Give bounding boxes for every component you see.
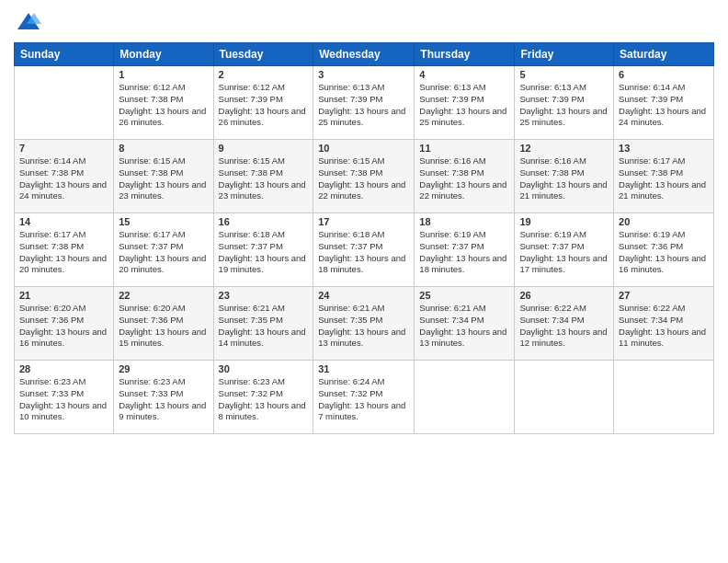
day-info: Sunrise: 6:18 AMSunset: 7:37 PMDaylight:… bbox=[219, 229, 309, 276]
header bbox=[14, 9, 714, 35]
calendar-page: SundayMondayTuesdayWednesdayThursdayFrid… bbox=[0, 0, 728, 563]
day-cell: 29Sunrise: 6:23 AMSunset: 7:33 PMDayligh… bbox=[114, 361, 213, 434]
day-number: 3 bbox=[318, 69, 409, 80]
day-info: Sunrise: 6:19 AMSunset: 7:37 PMDaylight:… bbox=[519, 229, 609, 276]
week-row-1: 1Sunrise: 6:12 AMSunset: 7:38 PMDaylight… bbox=[15, 66, 714, 140]
day-number: 4 bbox=[419, 69, 509, 80]
day-cell: 2Sunrise: 6:12 AMSunset: 7:39 PMDaylight… bbox=[213, 66, 313, 140]
day-info: Sunrise: 6:19 AMSunset: 7:37 PMDaylight:… bbox=[419, 229, 509, 276]
day-number: 30 bbox=[219, 363, 309, 374]
day-cell: 8Sunrise: 6:15 AMSunset: 7:38 PMDaylight… bbox=[114, 140, 213, 213]
day-cell: 17Sunrise: 6:18 AMSunset: 7:37 PMDayligh… bbox=[313, 213, 415, 287]
day-info: Sunrise: 6:13 AMSunset: 7:39 PMDaylight:… bbox=[419, 82, 509, 129]
day-number: 29 bbox=[119, 363, 208, 374]
day-cell: 22Sunrise: 6:20 AMSunset: 7:36 PMDayligh… bbox=[114, 287, 213, 361]
day-number: 2 bbox=[219, 69, 309, 80]
day-info: Sunrise: 6:12 AMSunset: 7:38 PMDaylight:… bbox=[119, 82, 208, 129]
day-info: Sunrise: 6:22 AMSunset: 7:34 PMDaylight:… bbox=[519, 303, 609, 350]
week-row-3: 14Sunrise: 6:17 AMSunset: 7:38 PMDayligh… bbox=[15, 213, 714, 287]
day-info: Sunrise: 6:13 AMSunset: 7:39 PMDaylight:… bbox=[318, 82, 409, 129]
logo-icon bbox=[16, 9, 41, 35]
day-info: Sunrise: 6:24 AMSunset: 7:32 PMDaylight:… bbox=[318, 376, 409, 423]
day-cell: 3Sunrise: 6:13 AMSunset: 7:39 PMDaylight… bbox=[313, 66, 415, 140]
day-cell: 9Sunrise: 6:15 AMSunset: 7:38 PMDaylight… bbox=[213, 140, 313, 213]
day-info: Sunrise: 6:12 AMSunset: 7:39 PMDaylight:… bbox=[219, 82, 309, 129]
day-info: Sunrise: 6:23 AMSunset: 7:32 PMDaylight:… bbox=[219, 376, 309, 423]
day-number: 17 bbox=[318, 216, 409, 227]
weekday-header-tuesday: Tuesday bbox=[213, 43, 313, 66]
day-number: 26 bbox=[519, 290, 609, 301]
day-info: Sunrise: 6:13 AMSunset: 7:39 PMDaylight:… bbox=[519, 82, 609, 129]
day-info: Sunrise: 6:17 AMSunset: 7:37 PMDaylight:… bbox=[119, 229, 208, 276]
weekday-header-saturday: Saturday bbox=[614, 43, 714, 66]
day-cell: 10Sunrise: 6:15 AMSunset: 7:38 PMDayligh… bbox=[313, 140, 415, 213]
day-cell: 11Sunrise: 6:16 AMSunset: 7:38 PMDayligh… bbox=[415, 140, 515, 213]
day-info: Sunrise: 6:19 AMSunset: 7:36 PMDaylight:… bbox=[619, 229, 709, 276]
weekday-header-friday: Friday bbox=[515, 43, 614, 66]
day-cell: 21Sunrise: 6:20 AMSunset: 7:36 PMDayligh… bbox=[15, 287, 114, 361]
day-number: 15 bbox=[119, 216, 208, 227]
day-number: 6 bbox=[619, 69, 709, 80]
day-number: 1 bbox=[119, 69, 208, 80]
day-number: 31 bbox=[318, 363, 409, 374]
day-cell: 27Sunrise: 6:22 AMSunset: 7:34 PMDayligh… bbox=[614, 287, 714, 361]
day-info: Sunrise: 6:20 AMSunset: 7:36 PMDaylight:… bbox=[119, 303, 208, 350]
day-cell bbox=[614, 361, 714, 434]
day-info: Sunrise: 6:14 AMSunset: 7:38 PMDaylight:… bbox=[19, 155, 108, 202]
day-cell: 20Sunrise: 6:19 AMSunset: 7:36 PMDayligh… bbox=[614, 213, 714, 287]
day-info: Sunrise: 6:21 AMSunset: 7:35 PMDaylight:… bbox=[318, 303, 409, 350]
day-cell: 1Sunrise: 6:12 AMSunset: 7:38 PMDaylight… bbox=[114, 66, 213, 140]
day-number: 27 bbox=[619, 290, 709, 301]
week-row-5: 28Sunrise: 6:23 AMSunset: 7:33 PMDayligh… bbox=[15, 361, 714, 434]
logo bbox=[14, 9, 41, 35]
weekday-header-monday: Monday bbox=[114, 43, 213, 66]
day-info: Sunrise: 6:18 AMSunset: 7:37 PMDaylight:… bbox=[318, 229, 409, 276]
day-number: 14 bbox=[19, 216, 108, 227]
day-cell: 24Sunrise: 6:21 AMSunset: 7:35 PMDayligh… bbox=[313, 287, 415, 361]
day-info: Sunrise: 6:15 AMSunset: 7:38 PMDaylight:… bbox=[318, 155, 409, 202]
day-cell: 28Sunrise: 6:23 AMSunset: 7:33 PMDayligh… bbox=[15, 361, 114, 434]
weekday-header-sunday: Sunday bbox=[15, 43, 114, 66]
day-cell: 26Sunrise: 6:22 AMSunset: 7:34 PMDayligh… bbox=[515, 287, 614, 361]
day-number: 16 bbox=[219, 216, 309, 227]
day-number: 9 bbox=[219, 143, 309, 154]
day-cell: 5Sunrise: 6:13 AMSunset: 7:39 PMDaylight… bbox=[515, 66, 614, 140]
weekday-header-thursday: Thursday bbox=[415, 43, 515, 66]
day-cell: 7Sunrise: 6:14 AMSunset: 7:38 PMDaylight… bbox=[15, 140, 114, 213]
day-number: 25 bbox=[419, 290, 509, 301]
day-number: 22 bbox=[119, 290, 208, 301]
weekday-header-row: SundayMondayTuesdayWednesdayThursdayFrid… bbox=[15, 43, 714, 66]
day-cell bbox=[15, 66, 114, 140]
day-number: 12 bbox=[519, 143, 609, 154]
day-number: 8 bbox=[119, 143, 208, 154]
weekday-header-wednesday: Wednesday bbox=[313, 43, 415, 66]
day-cell: 25Sunrise: 6:21 AMSunset: 7:34 PMDayligh… bbox=[415, 287, 515, 361]
day-cell: 15Sunrise: 6:17 AMSunset: 7:37 PMDayligh… bbox=[114, 213, 213, 287]
day-number: 10 bbox=[318, 143, 409, 154]
day-info: Sunrise: 6:15 AMSunset: 7:38 PMDaylight:… bbox=[119, 155, 208, 202]
day-info: Sunrise: 6:15 AMSunset: 7:38 PMDaylight:… bbox=[219, 155, 309, 202]
day-number: 13 bbox=[619, 143, 709, 154]
week-row-2: 7Sunrise: 6:14 AMSunset: 7:38 PMDaylight… bbox=[15, 140, 714, 213]
day-info: Sunrise: 6:23 AMSunset: 7:33 PMDaylight:… bbox=[119, 376, 208, 423]
day-info: Sunrise: 6:16 AMSunset: 7:38 PMDaylight:… bbox=[419, 155, 509, 202]
day-cell: 31Sunrise: 6:24 AMSunset: 7:32 PMDayligh… bbox=[313, 361, 415, 434]
day-number: 7 bbox=[19, 143, 108, 154]
day-info: Sunrise: 6:17 AMSunset: 7:38 PMDaylight:… bbox=[619, 155, 709, 202]
calendar-table: SundayMondayTuesdayWednesdayThursdayFrid… bbox=[14, 42, 714, 434]
day-number: 28 bbox=[19, 363, 108, 374]
day-cell: 4Sunrise: 6:13 AMSunset: 7:39 PMDaylight… bbox=[415, 66, 515, 140]
day-info: Sunrise: 6:23 AMSunset: 7:33 PMDaylight:… bbox=[19, 376, 108, 423]
day-number: 11 bbox=[419, 143, 509, 154]
day-info: Sunrise: 6:20 AMSunset: 7:36 PMDaylight:… bbox=[19, 303, 108, 350]
day-number: 5 bbox=[519, 69, 609, 80]
day-cell: 6Sunrise: 6:14 AMSunset: 7:39 PMDaylight… bbox=[614, 66, 714, 140]
day-cell: 18Sunrise: 6:19 AMSunset: 7:37 PMDayligh… bbox=[415, 213, 515, 287]
day-number: 24 bbox=[318, 290, 409, 301]
day-cell: 14Sunrise: 6:17 AMSunset: 7:38 PMDayligh… bbox=[15, 213, 114, 287]
day-number: 18 bbox=[419, 216, 509, 227]
day-cell: 12Sunrise: 6:16 AMSunset: 7:38 PMDayligh… bbox=[515, 140, 614, 213]
day-cell: 16Sunrise: 6:18 AMSunset: 7:37 PMDayligh… bbox=[213, 213, 313, 287]
week-row-4: 21Sunrise: 6:20 AMSunset: 7:36 PMDayligh… bbox=[15, 287, 714, 361]
day-info: Sunrise: 6:14 AMSunset: 7:39 PMDaylight:… bbox=[619, 82, 709, 129]
